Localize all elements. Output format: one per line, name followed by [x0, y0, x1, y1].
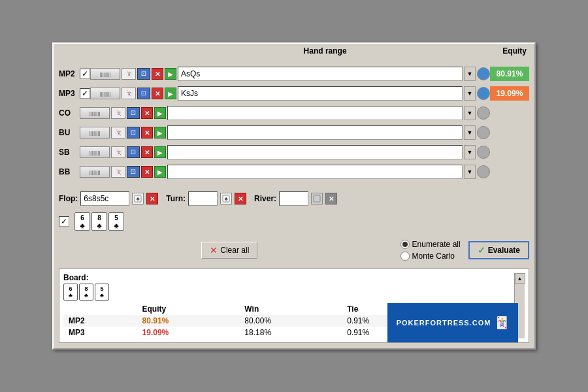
board-checkbox[interactable]: ✓ — [59, 216, 69, 227]
player-row-bb: BB |||||||| 🃏 ⚀ ✕ ▶ ▼ — [59, 163, 529, 181]
equity-circle-bu — [477, 126, 490, 139]
flop-card: 6♣ — [74, 212, 90, 231]
dice-icon-bb[interactable]: ⚀ — [127, 166, 140, 178]
river-card-icon[interactable] — [311, 193, 323, 204]
equity-circle-sb — [477, 146, 490, 159]
range-dropdown-sb[interactable]: ▼ — [464, 145, 476, 159]
result-board-card: 5♣ — [95, 284, 109, 301]
clear-icon: ✕ — [210, 245, 218, 255]
turn-clear-btn[interactable]: ✕ — [235, 193, 246, 204]
col-win: Win — [239, 303, 342, 315]
monte-carlo-radio[interactable] — [400, 252, 410, 261]
range-input-bu[interactable] — [167, 125, 463, 140]
hand-range-header: Hand range — [148, 46, 502, 56]
player-row-mp3: MP3 ✓ |||||||| 🃏 ⚀ ✕ ▶ ▼ 19.09% — [59, 84, 529, 103]
range-bar-icon-bb[interactable]: |||||||| — [80, 166, 110, 178]
river-input[interactable] — [279, 191, 308, 206]
range-dropdown-bu[interactable]: ▼ — [464, 125, 476, 140]
river-clear-btn[interactable]: ✕ — [325, 193, 337, 204]
equity-display-sb — [490, 145, 529, 159]
player-label-sb: SB — [59, 148, 80, 157]
range-bar-icon-sb[interactable]: |||||||| — [80, 146, 110, 158]
range-bar-icon-bu[interactable]: |||||||| — [80, 127, 110, 139]
card-select-icon-mp3[interactable]: 🃏 — [122, 88, 136, 99]
clear-all-button[interactable]: ✕ Clear all — [201, 242, 257, 259]
flop-card-icon[interactable]: ♣ — [132, 193, 144, 204]
flop-card: 5♣ — [108, 212, 124, 231]
range-bar-icon-mp3[interactable]: |||||||| — [90, 88, 120, 99]
flop-label: Flop: — [59, 194, 78, 203]
equity-circle-mp2 — [477, 67, 490, 80]
dice-icon-bu[interactable]: ⚀ — [127, 127, 140, 139]
range-input-mp2[interactable] — [178, 67, 463, 81]
dice-icon-sb[interactable]: ⚀ — [127, 146, 140, 158]
monte-carlo-label: Monte Carlo — [412, 252, 455, 261]
dice-icon-co[interactable]: ⚀ — [127, 107, 140, 119]
player-label-mp2: MP2 — [59, 69, 80, 78]
flop-clear-btn[interactable]: ✕ — [146, 193, 158, 204]
card-select-icon-bu[interactable]: 🃏 — [111, 127, 125, 139]
card-select-icon-sb[interactable]: 🃏 — [111, 146, 125, 158]
clear-range-btn-bb[interactable]: ✕ — [141, 166, 153, 178]
range-input-sb[interactable] — [167, 145, 463, 159]
results-board-label: Board: — [63, 273, 89, 282]
equity-display-co — [490, 106, 529, 120]
dice-icon-mp2[interactable]: ⚀ — [137, 68, 150, 80]
enumerate-all-label: Enumerate all — [412, 240, 461, 249]
range-dropdown-co[interactable]: ▼ — [464, 106, 476, 120]
range-input-mp3[interactable] — [178, 86, 463, 101]
player-checkbox-mp3[interactable]: ✓ — [80, 88, 90, 99]
turn-label: Turn: — [166, 194, 186, 203]
player-label-co: CO — [59, 108, 80, 118]
player-row-bu: BU |||||||| 🃏 ⚀ ✕ ▶ ▼ — [59, 123, 529, 142]
dice-icon-mp3[interactable]: ⚀ — [137, 88, 150, 99]
svg-text:♣: ♣ — [224, 196, 228, 202]
player-label-bu: BU — [59, 128, 80, 137]
add-range-btn-co[interactable]: ▶ — [154, 107, 166, 119]
card-select-icon-mp2[interactable]: 🃏 — [122, 68, 136, 80]
river-label: River: — [254, 194, 276, 203]
equity-display-mp2: 80.91% — [490, 67, 529, 81]
col-player — [63, 303, 137, 315]
player-label-mp3: MP3 — [59, 89, 80, 98]
range-input-bb[interactable] — [167, 165, 463, 179]
clear-range-btn-mp2[interactable]: ✕ — [152, 68, 163, 80]
add-range-btn-mp2[interactable]: ▶ — [165, 68, 176, 80]
equity-display-bu — [490, 125, 529, 140]
range-dropdown-mp3[interactable]: ▼ — [464, 86, 476, 101]
range-bar-icon-co[interactable]: |||||||| — [80, 107, 110, 119]
flop-input[interactable] — [80, 191, 129, 206]
range-input-co[interactable] — [167, 106, 463, 120]
clear-range-btn-mp3[interactable]: ✕ — [152, 88, 163, 99]
player-row-co: CO |||||||| 🃏 ⚀ ✕ ▶ ▼ — [59, 104, 529, 122]
equity-display-bb — [490, 165, 529, 179]
range-dropdown-mp2[interactable]: ▼ — [464, 67, 476, 81]
clear-range-btn-sb[interactable]: ✕ — [141, 146, 153, 158]
add-range-btn-sb[interactable]: ▶ — [154, 146, 166, 158]
card-select-icon-bb[interactable]: 🃏 — [111, 166, 125, 178]
clear-range-btn-co[interactable]: ✕ — [141, 107, 153, 119]
add-range-btn-bu[interactable]: ▶ — [154, 127, 166, 139]
player-row-sb: SB |||||||| 🃏 ⚀ ✕ ▶ ▼ — [59, 143, 529, 161]
equity-display-mp3: 19.09% — [490, 86, 529, 101]
add-range-btn-bb[interactable]: ▶ — [154, 166, 166, 178]
pokerfortress-banner: POKERFORTRESS.COM 🃏 — [387, 303, 518, 342]
card-select-icon-co[interactable]: 🃏 — [111, 107, 125, 119]
player-label-bb: BB — [59, 167, 80, 176]
evaluate-button[interactable]: ✓ Evaluate — [468, 241, 529, 259]
turn-input[interactable] — [188, 191, 218, 206]
equity-circle-co — [477, 106, 490, 120]
player-checkbox-mp2[interactable]: ✓ — [80, 69, 90, 79]
add-range-btn-mp3[interactable]: ▶ — [165, 88, 176, 99]
scroll-up-button[interactable]: ▲ — [515, 273, 525, 284]
range-bar-icon-mp2[interactable]: |||||||| — [90, 68, 120, 80]
equity-header: Equity — [502, 46, 529, 56]
player-row-mp2: MP2 ✓ |||||||| 🃏 ⚀ ✕ ▶ ▼ 80.91% — [59, 65, 529, 83]
enumerate-all-radio[interactable] — [400, 240, 410, 249]
equity-circle-mp3 — [477, 87, 490, 100]
checkmark-icon: ✓ — [478, 245, 485, 255]
clear-range-btn-bu[interactable]: ✕ — [141, 127, 153, 139]
turn-card-icon[interactable]: ♣ — [220, 193, 232, 204]
result-board-card: 8♣ — [79, 284, 93, 301]
range-dropdown-bb[interactable]: ▼ — [464, 165, 476, 179]
